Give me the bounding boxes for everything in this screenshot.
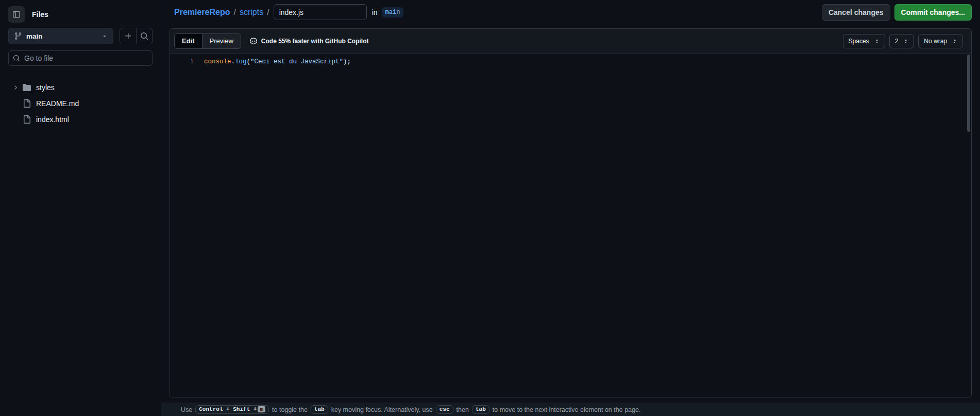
esc-key: esc <box>436 405 453 414</box>
tree-row-index-html[interactable]: index.html <box>8 111 153 127</box>
sidebar-title: Files <box>32 10 48 19</box>
sidebar-header: Files <box>8 6 153 23</box>
tree-row-styles[interactable]: styles <box>8 79 153 95</box>
branch-badge[interactable]: main <box>382 7 404 18</box>
tree-row-readme[interactable]: README.md <box>8 95 153 111</box>
collapse-sidebar-button[interactable] <box>8 6 25 23</box>
editor-scrollbar[interactable] <box>967 55 970 132</box>
search-tree-button[interactable] <box>136 28 152 44</box>
footer-text: then <box>457 406 469 413</box>
git-branch-icon <box>14 32 22 40</box>
search-icon <box>13 55 20 62</box>
editor-container: Edit Preview Code 55% faster with GitHub… <box>170 28 972 397</box>
edit-preview-tab-group: Edit Preview <box>174 33 241 49</box>
copilot-promo-link[interactable]: Code 55% faster with GitHub Copilot <box>249 37 369 45</box>
breadcrumb-repo-link[interactable]: PremiereRepo <box>174 8 230 17</box>
folder-icon <box>23 83 36 92</box>
tab-key: tab <box>311 405 328 414</box>
sidebar-toggle-icon <box>12 10 21 19</box>
breadcrumb-directory-link[interactable]: scripts <box>240 8 263 17</box>
footer-text: to toggle the <box>272 406 308 413</box>
indent-size-select[interactable]: 2 <box>889 34 915 48</box>
current-branch-label: main <box>26 32 43 40</box>
breadcrumb: PremiereRepo / scripts / <box>174 8 269 17</box>
in-label: in <box>372 8 378 16</box>
editor-toolbar: Edit Preview Code 55% faster with GitHub… <box>170 29 971 54</box>
wrap-mode-value: No wrap <box>924 38 947 45</box>
file-tree: styles README.md index.html <box>8 79 153 127</box>
sort-arrows-icon <box>952 38 957 44</box>
code-line[interactable]: 1 console.log("Ceci est du JavaScript"); <box>170 57 971 67</box>
file-tree-sidebar: Files main <box>0 0 161 416</box>
tree-item-label: styles <box>36 83 55 92</box>
footer-text: key moving focus. Alternatively, use <box>331 406 433 413</box>
copilot-icon <box>249 37 258 45</box>
tab-edit[interactable]: Edit <box>175 34 202 48</box>
go-to-file-search[interactable] <box>8 50 153 66</box>
sort-arrows-icon <box>903 38 908 44</box>
commit-changes-button[interactable]: Commit changes... <box>894 4 972 21</box>
chevron-right-icon[interactable] <box>8 84 23 91</box>
editor-wrapper: Edit Preview Code 55% faster with GitHub… <box>161 24 980 403</box>
search-icon <box>140 32 148 40</box>
cancel-changes-button[interactable]: Cancel changes <box>822 4 890 21</box>
tree-action-group <box>120 28 153 44</box>
indent-mode-select[interactable]: Spaces <box>843 34 885 48</box>
go-to-file-input[interactable] <box>24 54 148 62</box>
file-icon <box>23 115 36 124</box>
footer-text: Use <box>181 406 192 413</box>
add-file-button[interactable] <box>120 28 136 44</box>
plus-icon <box>124 32 132 40</box>
file-icon <box>23 99 36 108</box>
topbar-actions: Cancel changes Commit changes... <box>822 4 972 21</box>
indent-mode-value: Spaces <box>849 38 869 45</box>
code-line-content[interactable]: console.log("Ceci est du JavaScript"); <box>194 57 351 67</box>
breadcrumb-separator: / <box>234 8 236 17</box>
line-number: 1 <box>170 57 194 67</box>
branch-row: main <box>8 28 153 44</box>
keyboard-shortcut: Control + Shift +m <box>195 405 269 414</box>
main-column: PremiereRepo / scripts / in main Cancel … <box>161 0 980 416</box>
shortcut-keys: Control + Shift + <box>199 406 257 412</box>
tab-preview[interactable]: Preview <box>202 34 241 48</box>
filename-input[interactable] <box>274 4 367 20</box>
editor-settings: Spaces 2 No wrap <box>843 34 967 48</box>
breadcrumb-separator: / <box>267 8 269 17</box>
caret-down-icon <box>102 33 108 39</box>
code-editor-area[interactable]: 1 console.log("Ceci est du JavaScript"); <box>170 54 971 397</box>
top-header-bar: PremiereRepo / scripts / in main Cancel … <box>161 0 980 24</box>
copilot-promo-text: Code 55% faster with GitHub Copilot <box>261 38 369 45</box>
sort-arrows-icon <box>874 38 880 44</box>
branch-selector[interactable]: main <box>8 28 113 44</box>
accessibility-footer: Use Control + Shift +m to toggle the tab… <box>161 403 980 416</box>
shortcut-highlighted-key: m <box>258 406 265 412</box>
tree-item-label: README.md <box>36 99 79 108</box>
indent-size-value: 2 <box>895 38 899 45</box>
tab-key: tab <box>472 405 489 414</box>
footer-text: to move to the next interactive element … <box>493 406 641 413</box>
wrap-mode-select[interactable]: No wrap <box>918 34 963 48</box>
tree-item-label: index.html <box>36 115 69 124</box>
